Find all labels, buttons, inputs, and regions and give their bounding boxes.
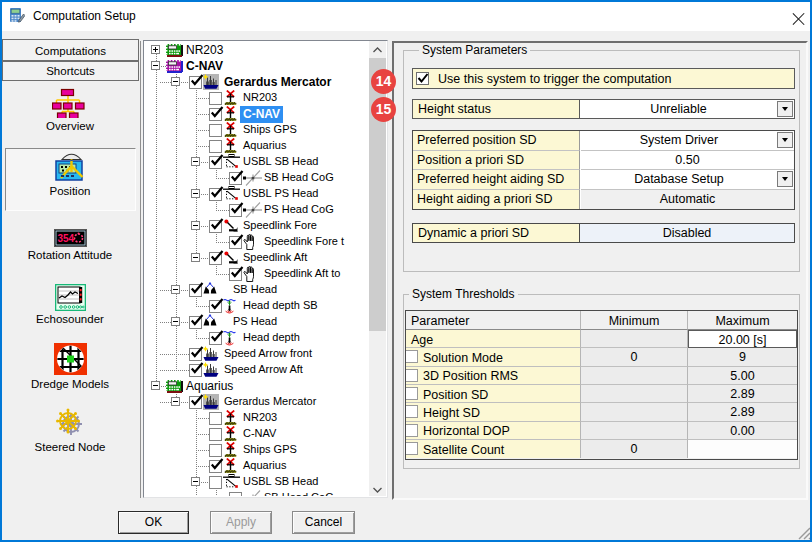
- svg-text:354: 354: [58, 233, 75, 244]
